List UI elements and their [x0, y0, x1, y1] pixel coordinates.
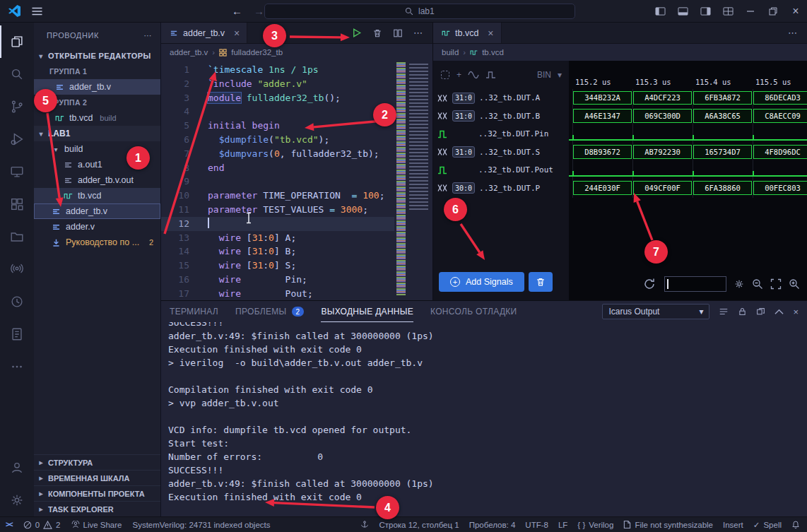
language-mode[interactable]: { } Verilog — [577, 521, 613, 529]
code-line[interactable]: 6 $dumpfile("tb.vcd"); — [161, 133, 394, 147]
breadcrumb-file[interactable]: tb.vcd — [482, 48, 504, 57]
waveform-row[interactable]: 244E030F049CF00F6FA3886000FEC803 — [569, 179, 807, 198]
maximize-panel-icon[interactable] — [774, 309, 784, 315]
more-views-icon[interactable] — [0, 350, 34, 383]
sidebar-section-header[interactable]: ▸TASK EXPLORER — [34, 501, 160, 516]
toggle-secondary-sidebar-icon[interactable] — [694, 0, 717, 22]
code-line[interactable]: 17 wire Pout; — [161, 287, 394, 300]
search-sidebar-icon[interactable] — [0, 58, 34, 90]
lock-scroll-icon[interactable] — [738, 307, 747, 317]
tab-adder-tb-v[interactable]: adder_tb.v × — [161, 23, 247, 43]
code-line[interactable]: 10parameter TIME_OPERATION = 100; — [161, 189, 394, 203]
close-window-icon[interactable]: × — [784, 0, 807, 22]
code-line[interactable]: 16 wire Pin; — [161, 273, 394, 287]
open-editor-item[interactable]: tb.vcd build — [34, 110, 160, 126]
signal-item[interactable]: 31:0..32_tb.DUT.A — [433, 89, 569, 107]
code-line[interactable]: 13 wire [31:0] A; — [161, 231, 394, 245]
sidebar-section-header[interactable]: ▸ВРЕМЕННАЯ ШКАЛА — [34, 470, 160, 485]
code-line[interactable]: 5initial begin — [161, 119, 394, 133]
analog-wave-icon[interactable] — [468, 71, 479, 79]
workspace-header[interactable]: ▾ LAB1 — [34, 126, 160, 141]
toggle-panel-icon[interactable] — [671, 0, 694, 22]
nav-forward-icon[interactable]: → — [254, 5, 264, 17]
breadcrumb-symbol[interactable]: fulladder32_tb — [231, 48, 283, 57]
zoom-in-icon[interactable] — [789, 278, 800, 290]
minimize-icon[interactable] — [739, 0, 762, 22]
code-line[interactable]: 8end — [161, 161, 394, 175]
code-line[interactable]: 7 $dumpvars(0, fulladder32_tb); — [161, 147, 394, 161]
remote-explorer-icon[interactable] — [0, 155, 34, 188]
tree-file[interactable]: Руководство по ...2 — [34, 235, 160, 250]
remote-indicator[interactable]: >< — [6, 521, 13, 528]
accounts-icon[interactable] — [0, 451, 34, 484]
code-line[interactable]: 15 wire [31:0] S; — [161, 259, 394, 273]
select-box-icon[interactable] — [440, 70, 450, 80]
format-bin-label[interactable]: BIN — [537, 70, 551, 80]
code-line[interactable]: 11parameter TEST_VALUES = 3000; — [161, 203, 394, 217]
sidebar-section-header[interactable]: ▸КОМПОНЕНТЫ ПРОЕКТА — [34, 485, 160, 501]
refresh-icon[interactable] — [642, 276, 657, 292]
menu-icon[interactable] — [32, 7, 42, 16]
signal-item[interactable]: 31:0..32_tb.DUT.S — [433, 143, 569, 162]
zoom-out-icon[interactable] — [752, 278, 763, 290]
toggle-sidebar-icon[interactable] — [649, 0, 671, 22]
remove-signals-button[interactable] — [529, 272, 553, 292]
close-icon[interactable]: × — [488, 28, 493, 39]
customize-layout-icon[interactable] — [717, 0, 739, 22]
gear-icon[interactable] — [734, 278, 745, 290]
trash-icon[interactable] — [372, 28, 382, 38]
waveform-row[interactable]: 344B232AA4DCF2236FB3A87286DECAD3 — [569, 89, 807, 107]
more-actions-icon[interactable]: ⋯ — [143, 31, 152, 40]
code-line[interactable]: 1`timescale 1ns / 1ps — [161, 63, 394, 77]
add-icon[interactable]: + — [456, 70, 461, 80]
code-line[interactable]: 14 wire [31:0] B; — [161, 244, 394, 259]
signal-item[interactable]: 30:0..32_tb.DUT.P — [433, 179, 569, 198]
add-signals-button[interactable]: + Add Signals — [439, 272, 524, 292]
timescale-input[interactable] — [664, 276, 726, 292]
waveform-row[interactable]: A46E1347069C300DA6A38C65C8AECC09 — [569, 107, 807, 126]
waveform-row[interactable] — [569, 161, 807, 179]
code-line[interactable]: 3module fulladder32_tb(); — [161, 91, 394, 105]
extensions-icon[interactable] — [0, 188, 34, 220]
panel-tab[interactable]: ПРОБЛЕМЫ2 — [235, 301, 304, 322]
more-actions-icon[interactable]: ⋯ — [788, 28, 797, 38]
code-line[interactable]: 12 — [161, 217, 394, 231]
split-editor-icon[interactable] — [393, 28, 403, 38]
digital-wave-icon[interactable] — [485, 71, 497, 79]
code-editor[interactable]: 1`timescale 1ns / 1ps2`include "adder.v"… — [161, 61, 432, 300]
more-actions-icon[interactable]: ⋯ — [413, 28, 423, 38]
panel-tab[interactable]: ТЕРМИНАЛ — [170, 301, 218, 322]
live-share-status[interactable]: Live Share — [71, 521, 122, 529]
problems-status[interactable]: 0 2 — [23, 521, 61, 529]
sidebar-section-header[interactable]: ▸СТРУКТУРА — [34, 454, 160, 470]
tree-file[interactable]: adder_tb.v.out — [34, 172, 160, 188]
waveform-row[interactable] — [569, 125, 807, 143]
code-line[interactable]: 2`include "adder.v" — [161, 77, 394, 91]
run-debug-icon[interactable] — [0, 123, 34, 155]
notebook-icon[interactable] — [0, 318, 34, 350]
nav-back-icon[interactable]: ← — [232, 5, 242, 17]
run-button[interactable] — [351, 28, 362, 38]
encoding[interactable]: UTF-8 — [525, 521, 548, 529]
timeline-icon[interactable] — [0, 285, 34, 318]
waveform-canvas[interactable]: 344B232AA4DCF2236FB3A87286DECAD3A46E1347… — [569, 89, 807, 198]
signal-item[interactable]: ..32_tb.DUT.Pin — [433, 125, 569, 143]
indexer-status[interactable]: SystemVerilog: 24731 indexed objects — [132, 521, 270, 529]
waveform-area[interactable]: 115.2 us115.3 us115.4 us115.5 us 344B232… — [569, 61, 807, 300]
tree-file[interactable]: tb.vcd — [34, 188, 160, 203]
panel-tab[interactable]: КОНСОЛЬ ОТЛАДКИ — [430, 301, 517, 322]
synthesis-status[interactable]: File not synthesizable — [623, 520, 713, 529]
minimap[interactable] — [394, 61, 432, 300]
indentation[interactable]: Пробелов: 4 — [469, 521, 516, 529]
panel-tab[interactable]: ВЫХОДНЫЕ ДАННЫЕ — [321, 301, 413, 322]
signal-item[interactable]: ..32_tb.DUT.Pout — [433, 161, 569, 179]
source-control-icon[interactable] — [0, 90, 34, 123]
signal-item[interactable]: 31:0..32_tb.DUT.B — [433, 107, 569, 126]
explorer-icon[interactable] — [0, 25, 34, 58]
tree-file[interactable]: adder.v — [34, 219, 160, 235]
output-content[interactable]: SUCCESS!!!adder_tb.v:49: $finish called … — [161, 322, 807, 516]
settings-gear-icon[interactable] — [0, 484, 34, 516]
live-share-icon[interactable] — [0, 253, 34, 285]
anchor-icon[interactable] — [360, 520, 369, 529]
tab-tb-vcd[interactable]: tb.vcd × — [433, 23, 502, 43]
